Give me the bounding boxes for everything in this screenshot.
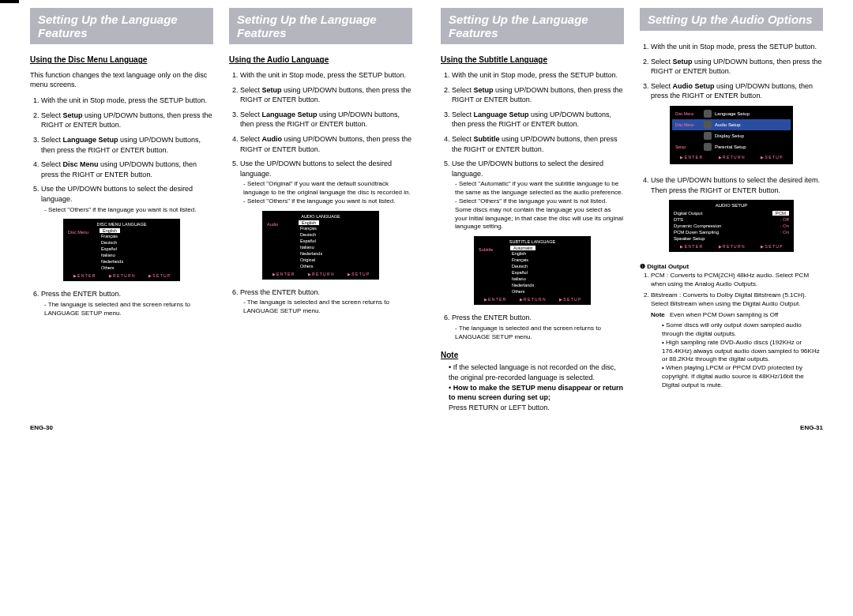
audio-step-1: With the unit in Stop mode, press the SE… bbox=[240, 70, 412, 81]
audioopt-step-1: With the unit in Stop mode, press the SE… bbox=[651, 42, 823, 52]
subtitle-notes: If the selected language is not recorded… bbox=[441, 362, 624, 412]
audioopt-step-4: Use the UP/DOWN buttons to select the de… bbox=[651, 175, 823, 195]
subtitle-step-3: Select Language Setup using UP/DOWN butt… bbox=[452, 110, 624, 130]
page-number-right: ENG-31 bbox=[800, 424, 823, 431]
subhead-subtitle: Using the Subtitle Language bbox=[441, 55, 624, 64]
col-subtitle: Setting Up the Language Features Using t… bbox=[433, 8, 632, 412]
audioopt-step-2: Select Setup using UP/DOWN buttons, then… bbox=[651, 57, 823, 77]
subtitle-steps: With the unit in Stop mode, press the SE… bbox=[441, 70, 624, 231]
subtitle-steps-cont: Press the ENTER button. The language is … bbox=[441, 313, 624, 341]
audioopt-steps-cont: Use the UP/DOWN buttons to select the de… bbox=[640, 175, 823, 195]
manual-spread: Setting Up the Language Features Using t… bbox=[8, 0, 845, 444]
disc-step-1: With the unit in Stop mode, press the SE… bbox=[41, 96, 213, 106]
subhead-audio-lang: Using the Audio Language bbox=[229, 55, 412, 64]
digital-output-list: PCM : Converts to PCM(2CH) 48kHz audio. … bbox=[640, 272, 823, 308]
subtitle-step-5: Use the UP/DOWN buttons to select the de… bbox=[452, 159, 624, 231]
subtitle-step-2: Select Setup using UP/DOWN buttons, then… bbox=[452, 85, 624, 105]
menu-icon bbox=[704, 121, 712, 129]
page-right: Setting Up the Language Features Using t… bbox=[426, 8, 837, 436]
menu-icon bbox=[704, 110, 712, 118]
col-audio-lang: Setting Up the Language Features Using t… bbox=[221, 8, 420, 412]
menu-icon bbox=[704, 132, 712, 140]
audio-step-3: Select Language Setup using UP/DOWN butt… bbox=[240, 110, 412, 130]
section-header-lang-3: Setting Up the Language Features bbox=[441, 8, 624, 44]
disc-intro: This function changes the text language … bbox=[30, 70, 213, 89]
section-header-audio: Setting Up the Audio Options bbox=[640, 8, 823, 31]
subhead-disc: Using the Disc Menu Language bbox=[30, 55, 213, 64]
subtitle-step-4: Select Subtitle using UP/DOWN buttons, t… bbox=[452, 134, 624, 154]
audioopt-step-3: Select Audio Setup using UP/DOWN buttons… bbox=[651, 81, 823, 101]
disc-step-2: Select Setup using UP/DOWN buttons, then… bbox=[41, 111, 213, 130]
subtitle-screenshot: SUBTITLE LANGUAGE Subtitle Automatic Eng… bbox=[474, 236, 591, 305]
digital-output-bullets: Some discs will only output down sampled… bbox=[662, 321, 823, 389]
crop-mark bbox=[0, 0, 19, 3]
setup-menu-screenshot: Disc MenuLanguage Setup Disc MenuAudio S… bbox=[670, 106, 793, 164]
digital-output-note: NoteEven when PCM Down sampling is Off bbox=[651, 311, 823, 320]
section-header-lang-1: Setting Up the Language Features bbox=[30, 8, 213, 44]
audio-steps-cont: Press the ENTER button. The language is … bbox=[229, 287, 412, 316]
disc-step-6: Press the ENTER button. The language is … bbox=[41, 289, 213, 317]
audio-step-2: Select Setup using UP/DOWN buttons, then… bbox=[240, 85, 412, 105]
disc-steps: With the unit in Stop mode, press the SE… bbox=[30, 96, 213, 214]
disc-step-5: Use the UP/DOWN buttons to select the de… bbox=[41, 184, 213, 214]
disc-steps-cont: Press the ENTER button. The language is … bbox=[30, 289, 213, 317]
col-audio-options: Setting Up the Audio Options With the un… bbox=[632, 8, 831, 412]
menu-icon bbox=[704, 143, 712, 151]
audio-step-5: Use the UP/DOWN buttons to select the de… bbox=[240, 159, 412, 206]
subtitle-step-1: With the unit in Stop mode, press the SE… bbox=[452, 70, 624, 81]
section-header-lang-2: Setting Up the Language Features bbox=[229, 8, 412, 44]
subtitle-note-head: Note bbox=[441, 351, 624, 359]
page-number-left: ENG-30 bbox=[30, 424, 53, 431]
audio-step-4: Select Audio using UP/DOWN buttons, then… bbox=[240, 134, 412, 154]
audio-setup-screenshot: AUDIO SETUP Digital OutputPCM DTS: Off D… bbox=[669, 200, 794, 252]
page-left: Setting Up the Language Features Using t… bbox=[16, 8, 426, 436]
audio-steps: With the unit in Stop mode, press the SE… bbox=[229, 70, 412, 206]
audio-lang-screenshot: AUDIO LANGUAGE Audio English Français De… bbox=[262, 211, 379, 280]
disc-step-4: Select Disc Menu using UP/DOWN buttons, … bbox=[41, 160, 213, 179]
audioopt-steps: With the unit in Stop mode, press the SE… bbox=[640, 42, 823, 101]
disc-menu-screenshot: DISC MENU LANGUAGE Disc Menu English Fra… bbox=[63, 219, 180, 281]
disc-step-3: Select Language Setup using UP/DOWN butt… bbox=[41, 135, 213, 155]
col-disc-menu: Setting Up the Language Features Using t… bbox=[22, 8, 221, 412]
digital-output-label: ❶ Digital Output bbox=[640, 263, 823, 270]
audio-step-6: Press the ENTER button. The language is … bbox=[240, 287, 412, 316]
subtitle-step-6: Press the ENTER button. The language is … bbox=[452, 313, 624, 341]
